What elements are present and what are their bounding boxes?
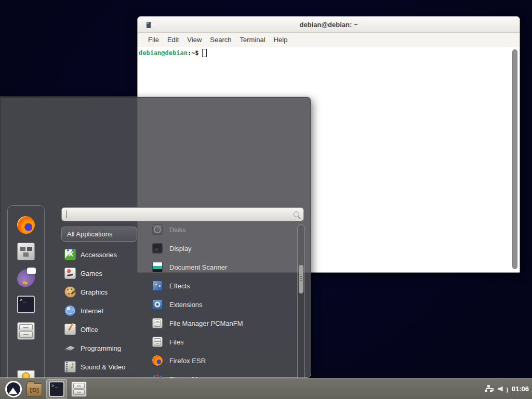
- app-label: File Manager PCManFM: [169, 320, 243, 327]
- sound-video-icon: [64, 361, 76, 373]
- terminal-window-title: debian@debian: ~: [138, 21, 520, 29]
- category-label: Sound & Video: [81, 363, 126, 371]
- graphics-icon: [64, 286, 76, 298]
- terminal-scrollbar[interactable]: [512, 49, 518, 269]
- sidebar-pidgin-button[interactable]: [17, 269, 35, 287]
- terminal-icon: [49, 381, 64, 397]
- terminal-menu-search[interactable]: Search: [206, 34, 235, 45]
- application-list: Disks Display Document Scanner Effects: [147, 224, 297, 399]
- close-button[interactable]: [502, 20, 512, 30]
- app-effects[interactable]: Effects: [147, 276, 297, 295]
- category-graphics[interactable]: Graphics: [61, 283, 137, 301]
- app-label: Display: [169, 245, 192, 252]
- terminal-scrollbar-thumb[interactable]: [512, 49, 517, 269]
- category-accessories[interactable]: Accessories: [61, 245, 137, 264]
- programming-icon: [64, 342, 76, 354]
- category-list: All Applications Accessories Games Graph…: [61, 227, 137, 399]
- clock[interactable]: 01:06: [512, 385, 529, 393]
- category-label: Office: [81, 326, 98, 334]
- internet-icon: [64, 305, 76, 316]
- app-list-scrollbar[interactable]: [297, 224, 305, 399]
- terminal-cursor: [202, 49, 207, 57]
- folder-d-icon: [26, 383, 42, 397]
- terminal-menu-help[interactable]: Help: [270, 34, 292, 45]
- terminal-mini-icon: [147, 22, 151, 28]
- category-label: Graphics: [81, 288, 108, 296]
- app-display[interactable]: Display: [147, 239, 297, 258]
- terminal-menu-view[interactable]: View: [183, 34, 206, 45]
- category-label: Games: [81, 270, 102, 277]
- minimize-button[interactable]: [468, 20, 478, 30]
- volume-icon[interactable]: [498, 385, 506, 393]
- window-controls: [468, 17, 512, 33]
- prompt-symbol: :~$: [188, 49, 199, 57]
- menu-logo-icon: [5, 381, 22, 397]
- taskbar: 01:06: [0, 378, 532, 399]
- app-document-scanner[interactable]: Document Scanner: [147, 258, 297, 276]
- firefox-icon: [152, 355, 163, 366]
- menu-button[interactable]: [3, 379, 24, 399]
- category-label: All Applications: [67, 230, 112, 238]
- menu-favorites-sidebar: [7, 205, 45, 399]
- search-caret: [66, 210, 66, 218]
- taskbar-terminal-button[interactable]: [46, 379, 67, 399]
- app-label: Firefox ESR: [169, 357, 206, 365]
- effects-icon: [152, 281, 163, 291]
- category-sound-video[interactable]: Sound & Video: [61, 357, 137, 376]
- taskbar-file-manager-button[interactable]: [24, 379, 45, 399]
- extensions-icon: [152, 299, 163, 310]
- app-list-scrollbar-thumb[interactable]: [299, 265, 303, 294]
- app-file-manager-pcmanfm[interactable]: File Manager PCManFM: [147, 314, 297, 332]
- category-label: Internet: [81, 307, 103, 315]
- prompt-user-host: debian@debian: [139, 49, 188, 57]
- doc-scanner-icon: [152, 262, 163, 272]
- app-disks[interactable]: Disks: [147, 224, 297, 239]
- terminal-titlebar[interactable]: debian@debian: ~: [138, 17, 520, 33]
- cabinet-icon: [152, 337, 163, 347]
- cabinet-icon: [152, 318, 163, 328]
- cabinet-icon: [71, 381, 87, 397]
- system-tray: 01:06: [485, 385, 529, 393]
- category-all-applications[interactable]: All Applications: [61, 227, 137, 242]
- app-files[interactable]: Files: [147, 332, 297, 351]
- category-internet[interactable]: Internet: [61, 301, 137, 320]
- category-programming[interactable]: Programming: [61, 339, 137, 357]
- category-office[interactable]: Office: [61, 320, 137, 339]
- terminal-prompt-line: debian@debian:~$: [139, 49, 518, 57]
- magnifier-icon: [294, 211, 299, 217]
- network-icon[interactable]: [485, 385, 493, 393]
- terminal-menu-file[interactable]: File: [144, 34, 163, 45]
- disks-icon: [152, 224, 163, 235]
- app-label: Extensions: [169, 301, 203, 309]
- maximize-button[interactable]: [485, 20, 495, 30]
- terminal-menu-edit[interactable]: Edit: [163, 34, 183, 45]
- category-label: Programming: [81, 344, 121, 352]
- terminal-menu-terminal[interactable]: Terminal: [236, 34, 270, 45]
- app-label: Disks: [169, 226, 186, 234]
- app-label: Files: [169, 338, 183, 346]
- sidebar-firefox-button[interactable]: [17, 216, 35, 234]
- office-icon: [64, 324, 76, 335]
- category-label: Accessories: [81, 251, 117, 259]
- taskbar-files-button[interactable]: [69, 379, 89, 399]
- accessories-icon: [64, 249, 76, 260]
- category-games[interactable]: Games: [61, 264, 137, 283]
- app-label: Effects: [169, 282, 190, 290]
- sidebar-file-manager-button[interactable]: [17, 322, 35, 340]
- sidebar-terminal-button[interactable]: [17, 296, 35, 313]
- sidebar-synaptic-button[interactable]: [17, 243, 35, 260]
- app-label: Document Scanner: [169, 263, 227, 271]
- display-icon: [152, 243, 163, 254]
- games-icon: [64, 268, 76, 279]
- app-extensions[interactable]: Extensions: [147, 295, 297, 314]
- app-firefox-esr[interactable]: Firefox ESR: [147, 351, 297, 370]
- search-input[interactable]: [61, 207, 304, 221]
- applications-menu: debıan All Applications: [0, 97, 311, 378]
- terminal-menubar: File Edit View Search Terminal Help: [138, 33, 520, 47]
